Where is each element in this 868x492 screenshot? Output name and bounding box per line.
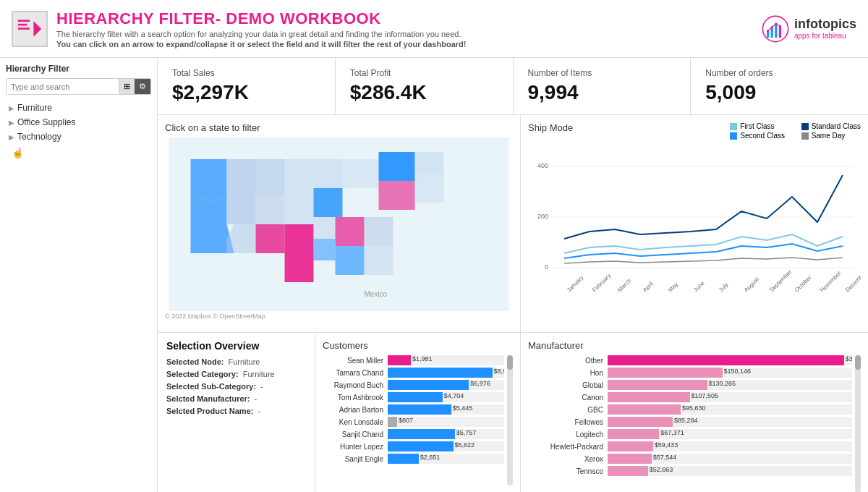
- bar-value: $807: [399, 417, 413, 424]
- selection-panel: Selection Overview Selected Node: Furnit…: [158, 333, 315, 492]
- bar-track: $85,284: [608, 417, 852, 427]
- sidebar: Hierarchy Filter ⊞ ⚙ ▶ Furniture ▶ Offic…: [0, 58, 158, 492]
- bar-row[interactable]: Xerox $57,544: [528, 454, 852, 464]
- bar-label: GBC: [528, 406, 608, 414]
- bar-fill: [388, 441, 454, 451]
- bar-row[interactable]: Logitech $67,371: [528, 429, 852, 439]
- svg-marker-35: [379, 152, 415, 181]
- bar-track: $107,505: [608, 392, 852, 402]
- svg-text:August: August: [743, 276, 761, 294]
- manufacturer-title: Manufacturer: [528, 340, 861, 351]
- svg-marker-33: [365, 246, 393, 275]
- bar-value: $85,284: [674, 417, 698, 424]
- bar-row[interactable]: Sanjit Chand $5,757: [323, 429, 504, 439]
- customers-bars-container: Sean Miller $1,981 Tamara Chand $8,981 R…: [323, 355, 513, 485]
- bar-value: $1,981: [412, 355, 433, 362]
- kpi-items: Number of Items 9,994: [514, 58, 692, 114]
- bar-value: $107,505: [692, 392, 719, 399]
- kpi-label: Number of Items: [528, 68, 676, 78]
- svg-point-11: [775, 22, 777, 25]
- chart-legend: First Class Standard Class Second Class: [730, 122, 861, 140]
- subtitle-line2: You can click on an arrow to expand/coll…: [56, 40, 466, 48]
- bar-row[interactable]: Adrian Barton $5,445: [323, 404, 504, 415]
- svg-marker-19: [256, 159, 285, 195]
- map-title: Click on a state to filter: [165, 122, 513, 133]
- bar-track: $6,976: [388, 380, 504, 390]
- svg-marker-29: [336, 217, 365, 246]
- bar-row[interactable]: Fellowes $85,284: [528, 417, 852, 427]
- bar-value: $6,976: [470, 380, 490, 387]
- bar-row[interactable]: Tennsco $52,663: [528, 466, 852, 476]
- sidebar-item-office-supplies[interactable]: ▶ Office Supplies: [6, 115, 151, 130]
- manufacturer-section: Manufacturer Other $309,451 Hon $150,146…: [521, 333, 868, 492]
- svg-marker-24: [256, 224, 285, 253]
- bar-track: $150,146: [608, 368, 852, 378]
- logo: infotopics apps for tableau: [761, 14, 856, 43]
- bar-row[interactable]: Other $309,451: [528, 355, 852, 365]
- bar-value: $5,757: [456, 429, 477, 436]
- bar-row[interactable]: Raymond Buch $6,976: [323, 380, 504, 390]
- bar-fill: [388, 429, 455, 439]
- bar-track: $59,433: [608, 441, 852, 451]
- bar-value: $5,622: [455, 441, 475, 449]
- sidebar-item-furniture[interactable]: ▶ Furniture: [6, 101, 151, 115]
- svg-marker-25: [285, 224, 314, 253]
- svg-marker-14: [191, 159, 227, 203]
- legend-first-class: First Class: [730, 122, 789, 130]
- bar-row[interactable]: Global $130,265: [528, 380, 852, 390]
- bar-value: $95,630: [682, 404, 706, 412]
- sel-key: Selected Sub-Category:: [166, 382, 256, 391]
- bar-row[interactable]: Tom Ashbrook $4,704: [323, 392, 504, 402]
- bar-row[interactable]: Canon $107,505: [528, 392, 852, 402]
- search-input[interactable]: [7, 80, 119, 94]
- bar-fill: [608, 392, 690, 402]
- sidebar-item-technology[interactable]: ▶ Technology: [6, 130, 151, 144]
- bar-row[interactable]: Ken Lonsdale $807: [323, 417, 504, 427]
- bar-row[interactable]: Hewlett-Packard $59,433: [528, 441, 852, 451]
- bar-track: $5,622: [388, 441, 504, 451]
- bar-track: $67,371: [608, 429, 852, 439]
- kpi-total-profit: Total Profit $286.4K: [336, 58, 514, 114]
- scroll-bar[interactable]: [507, 355, 513, 485]
- scroll-bar[interactable]: [855, 355, 861, 492]
- bar-label: Hon: [528, 369, 608, 377]
- filter-button[interactable]: ⊞: [119, 79, 135, 94]
- bar-track: $130,265: [608, 380, 852, 390]
- bar-track: $1,981: [388, 355, 504, 365]
- sel-val: -: [258, 407, 260, 415]
- legend-color-first-class: [730, 123, 737, 130]
- manufacturer-bars: Other $309,451 Hon $150,146 Global $130,…: [528, 355, 852, 492]
- bar-row[interactable]: GBC $95,630: [528, 404, 852, 415]
- kpi-value: $2,297K: [172, 81, 320, 104]
- bar-fill: [608, 380, 707, 390]
- scroll-thumb[interactable]: [855, 355, 861, 370]
- kpi-label: Total Profit: [350, 68, 498, 78]
- bar-label: Logitech: [528, 430, 608, 438]
- bar-fill: [388, 368, 493, 378]
- search-bar[interactable]: ⊞ ⚙: [6, 78, 151, 95]
- bar-track: $5,445: [388, 404, 504, 415]
- bar-label: Sean Miller: [323, 357, 388, 365]
- bar-row[interactable]: Sanjit Engle $2,651: [323, 454, 504, 464]
- sel-val: -: [255, 394, 258, 403]
- header: HIERARCHY FILTER- DEMO WORKBOOK The hier…: [0, 0, 868, 58]
- bar-fill: [608, 466, 648, 476]
- legend-standard-class: Standard Class: [801, 122, 861, 130]
- kpi-value: 5,009: [705, 81, 854, 104]
- scroll-thumb[interactable]: [507, 355, 513, 370]
- bar-row[interactable]: Hon $150,146: [528, 368, 852, 378]
- selection-title: Selection Overview: [166, 340, 306, 352]
- legend-color-second-class: [730, 132, 737, 140]
- svg-marker-31: [314, 239, 336, 260]
- bar-label: Sanjit Engle: [323, 455, 388, 463]
- settings-button[interactable]: ⚙: [135, 79, 150, 94]
- sidebar-title: Hierarchy Filter: [6, 64, 151, 74]
- kpi-row: Total Sales $2,297K Total Profit $286.4K…: [158, 58, 868, 115]
- svg-marker-28: [314, 217, 336, 239]
- bar-label: Tom Ashbrook: [323, 394, 388, 402]
- bar-row[interactable]: Sean Miller $1,981: [323, 355, 504, 365]
- bar-track: $2,651: [388, 454, 504, 464]
- bar-row[interactable]: Hunter Lopez $5,622: [323, 441, 504, 451]
- map-container[interactable]: Mexico: [165, 137, 513, 311]
- bar-row[interactable]: Tamara Chand $8,981: [323, 368, 504, 378]
